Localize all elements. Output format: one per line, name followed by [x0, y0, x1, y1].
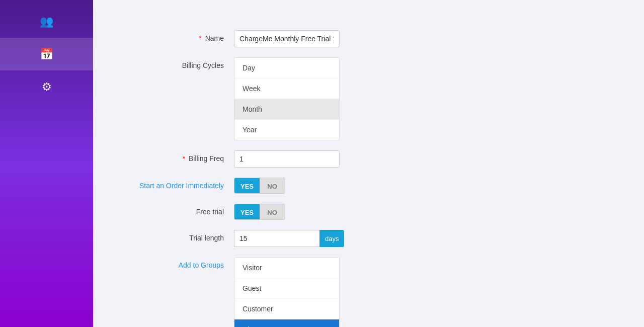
start-order-no-btn[interactable]: NO [260, 178, 285, 194]
name-label: * Name [133, 30, 234, 42]
billing-freq-label: * Billing Freq [133, 150, 234, 162]
free-trial-yes-btn[interactable]: YES [234, 204, 260, 220]
billing-cycle-month[interactable]: Month [234, 99, 339, 120]
billing-cycles-row: Billing Cycles Day Week Month Year [133, 57, 604, 140]
group-visitor[interactable]: Visitor [234, 258, 339, 278]
start-order-row: Start an Order Immediately YES NO [133, 178, 604, 194]
settings-icon: ⚙ [42, 80, 52, 94]
billing-freq-row: * Billing Freq [133, 150, 604, 168]
free-trial-toggle[interactable]: YES NO [234, 204, 285, 220]
add-to-groups-label: Add to Groups [133, 257, 234, 269]
free-trial-row: Free trial YES NO [133, 204, 604, 220]
trial-length-label: Trial length [133, 230, 234, 242]
required-star: * [199, 34, 201, 42]
trial-unit-label: days [319, 230, 344, 247]
billing-cycle-week[interactable]: Week [234, 78, 339, 99]
billing-cycle-year[interactable]: Year [234, 120, 339, 140]
sidebar: 👥 📅 ⚙ [0, 0, 93, 327]
group-guest[interactable]: Guest [234, 278, 339, 299]
name-input[interactable] [234, 30, 340, 47]
billing-cycles-dropdown[interactable]: Day Week Month Year [234, 57, 340, 140]
group-chargeMe-a[interactable]: ChargeMe Group A [234, 319, 339, 327]
start-order-label: Start an Order Immediately [133, 178, 234, 190]
sidebar-item-calendar[interactable]: 📅 [0, 38, 93, 70]
billing-freq-input[interactable] [234, 150, 340, 168]
add-to-groups-row: Add to Groups Visitor Guest Customer Cha… [133, 257, 604, 327]
billing-cycles-label: Billing Cycles [133, 57, 234, 69]
groups-dropdown[interactable]: Visitor Guest Customer ChargeMe Group A [234, 257, 340, 327]
group-customer[interactable]: Customer [234, 299, 339, 319]
billing-cycle-day[interactable]: Day [234, 58, 339, 78]
sidebar-item-users[interactable]: 👥 [0, 5, 93, 38]
trial-length-input[interactable] [234, 230, 319, 247]
users-icon: 👥 [40, 15, 53, 28]
calendar-icon: 📅 [40, 48, 53, 61]
name-row: * Name [133, 30, 604, 47]
start-order-toggle[interactable]: YES NO [234, 178, 285, 194]
sidebar-item-settings[interactable]: ⚙ [0, 70, 93, 103]
trial-length-input-wrap: days [234, 230, 344, 247]
trial-length-row: Trial length days [133, 230, 604, 247]
free-trial-no-btn[interactable]: NO [260, 204, 285, 220]
start-order-yes-btn[interactable]: YES [234, 178, 260, 194]
main-content: * Name Billing Cycles Day Week Month Yea… [93, 0, 644, 327]
free-trial-label: Free trial [133, 204, 234, 216]
required-star-freq: * [183, 154, 185, 162]
